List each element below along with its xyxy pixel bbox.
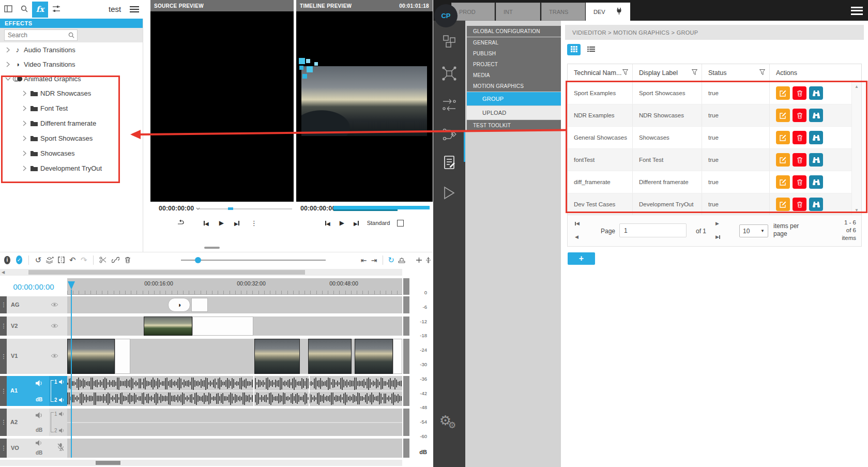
column-header-technical-name[interactable]: Technical Nam... (568, 64, 633, 82)
timeline-hscrollbar-bottom[interactable] (0, 460, 402, 466)
db-label[interactable]: dB (36, 427, 42, 433)
nav-item-publish[interactable]: PUBLISH (467, 48, 561, 59)
db-label[interactable]: dB (36, 450, 42, 456)
speaker-icon[interactable] (36, 380, 43, 387)
track-header-v1[interactable]: V1 (7, 339, 67, 374)
timeline-ruler[interactable]: 00:00:16:00 00:00:32:00 00:00:48:00 (67, 278, 402, 295)
insert-icon[interactable]: ⇤ (360, 256, 368, 264)
filter-icon[interactable] (622, 69, 628, 77)
effects-button[interactable]: fx (32, 2, 48, 18)
speaker-icon[interactable] (36, 440, 42, 447)
prev-frame-button[interactable]: ◀ (204, 220, 209, 227)
panel-layout-button[interactable] (0, 2, 16, 18)
next-frame-button[interactable]: ▶ (234, 220, 239, 227)
track-drag-handle[interactable]: ⋮ (0, 339, 7, 374)
zoom-slider-thumb[interactable] (195, 257, 201, 263)
table-vscrollbar[interactable]: ▲ ▼ (851, 82, 861, 215)
trash-icon[interactable] (124, 257, 132, 263)
zoom-slider[interactable] (181, 260, 326, 261)
db-label[interactable]: dB (36, 397, 42, 402)
channel-1[interactable]: 1 (54, 379, 65, 385)
unlink-icon[interactable] (111, 257, 119, 263)
eye-icon[interactable] (51, 323, 58, 329)
search-button[interactable] (16, 2, 32, 18)
eye-icon[interactable] (51, 302, 58, 308)
track-content-a1[interactable] (67, 376, 402, 406)
nav-item-project[interactable]: PROJECT (467, 59, 561, 70)
track-drag-handle[interactable]: ⋮ (0, 296, 7, 313)
list-view-button[interactable] (584, 44, 598, 55)
overwrite-icon[interactable]: ⇥ (370, 256, 378, 264)
timeline-progress-bar[interactable] (333, 206, 430, 209)
effects-search-field[interactable] (4, 29, 78, 41)
prev-page-button[interactable]: ◀ (575, 235, 578, 239)
env-tab-trans[interactable]: TRANS (541, 3, 585, 21)
speaker-icon[interactable] (36, 412, 43, 419)
delete-button[interactable] (793, 131, 806, 144)
nav-item-test-toolkit[interactable]: TEST TOOLKIT (467, 120, 561, 131)
audio-waveform-ch2[interactable] (67, 391, 402, 405)
nav-item-media[interactable]: MEDIA (467, 70, 561, 81)
search-input[interactable] (5, 32, 66, 39)
env-tab-prod[interactable]: PROD (451, 3, 495, 21)
eye-icon[interactable] (51, 353, 58, 359)
nav-item-group[interactable]: GROUP (467, 92, 561, 106)
edit-button[interactable] (776, 109, 790, 122)
split-view-icon[interactable] (57, 257, 65, 263)
scrollbar-thumb[interactable] (96, 461, 120, 465)
timeline-vscrollbar-segment[interactable] (403, 296, 409, 313)
workflow-icon[interactable] (433, 98, 465, 113)
tree-item-group[interactable]: Showcases (0, 146, 143, 161)
timeline-hscrollbar-top[interactable]: ◀ (0, 269, 402, 276)
source-scrub-slider[interactable] (199, 208, 292, 209)
next-frame-button[interactable]: ▶ (354, 220, 359, 227)
table-row[interactable]: Sport Examples Sport Showcases true (568, 82, 861, 104)
table-row[interactable]: diff_framerate Different framerate true (568, 171, 861, 193)
column-header-display-label[interactable]: Display Label (633, 64, 702, 82)
view-button[interactable] (809, 86, 823, 100)
track-header-a2[interactable]: A2 dB (7, 409, 49, 436)
loop-icon[interactable] (177, 220, 184, 226)
tree-item-audio-transitions[interactable]: ♪ Audio Transitions (0, 42, 143, 57)
video-clip[interactable] (192, 317, 253, 336)
track-drag-handle[interactable]: ⋮ (0, 376, 7, 406)
routing-nodes-icon[interactable] (433, 128, 465, 143)
play-button[interactable]: ▶ (340, 219, 344, 227)
undo-icon[interactable]: ↶ (68, 255, 77, 265)
edit-button[interactable] (776, 86, 790, 100)
last-page-button[interactable]: ▶ (715, 235, 720, 239)
kebab-menu-icon[interactable]: ⋮ (251, 219, 257, 227)
avatar[interactable]: CP (434, 4, 458, 27)
env-tab-dev[interactable]: DEV (586, 3, 630, 21)
video-clip[interactable] (115, 339, 130, 374)
audio-waveform-ch1[interactable] (67, 376, 402, 390)
timeline-vscrollbar-segment[interactable] (403, 339, 409, 374)
refresh-icon[interactable]: ↻ (387, 255, 395, 265)
view-button[interactable] (809, 175, 823, 189)
nav-item-motion-graphics[interactable]: MOTION GRAPHICS (467, 81, 561, 92)
table-row[interactable]: NDR Examples NDR Showcases true (568, 104, 861, 127)
video-clip[interactable] (67, 339, 115, 374)
add-group-button[interactable]: + (568, 252, 595, 265)
filter-icon[interactable] (759, 69, 765, 77)
editor-menu-button[interactable] (130, 5, 139, 14)
delete-button[interactable] (793, 198, 806, 211)
video-clip[interactable] (254, 339, 300, 374)
next-page-button[interactable]: ▶ (715, 221, 719, 226)
edit-button[interactable] (776, 131, 790, 144)
track-drag-handle[interactable]: ⋮ (0, 317, 7, 336)
prev-frame-button[interactable]: ◀ (325, 220, 330, 227)
filter-icon[interactable] (692, 69, 697, 77)
nav-item-global-configuration[interactable]: GLOBAL CONFIGURATION (467, 26, 561, 37)
graphics-clip[interactable] (191, 298, 208, 312)
video-clip[interactable] (355, 339, 393, 374)
timeline-vscrollbar-segment[interactable] (403, 439, 409, 458)
tree-item-group[interactable]: Different framerate (0, 116, 143, 131)
track-header-ag[interactable]: AG (7, 296, 67, 313)
edit-button[interactable] (776, 153, 790, 167)
first-page-button[interactable]: ◀ (575, 221, 580, 226)
editor-config-icon[interactable] (433, 155, 465, 171)
approve-check-icon[interactable]: ✓ (16, 255, 22, 264)
video-clip[interactable] (393, 339, 402, 374)
add-layer-icon[interactable] (45, 257, 54, 264)
